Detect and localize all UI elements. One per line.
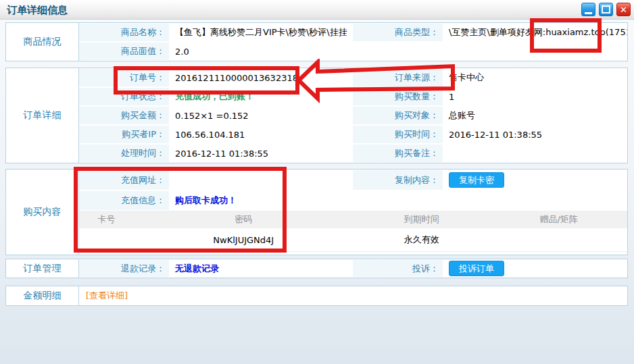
card-number-header: 卡号 — [79, 213, 134, 226]
window-controls: ✕ — [581, 3, 631, 16]
refund-record-label: 退款记录： — [79, 259, 169, 278]
recharge-url-value — [169, 170, 353, 190]
page-title: 订单详细信息 — [7, 4, 68, 17]
card-password-cell: NwKlJUJGNd4J — [134, 235, 353, 245]
section-category-label: 购买内容 — [6, 170, 79, 255]
maximize-button[interactable] — [599, 3, 613, 16]
purchase-note-label: 购买备注： — [353, 144, 443, 163]
table-row: 退款记录： 无退款记录 投诉： 投诉订单 — [79, 259, 627, 278]
order-status-label: 订单状态： — [79, 87, 169, 106]
purchase-note-value — [443, 144, 627, 163]
table-row: 商品面值： 2.0 — [79, 42, 627, 61]
section-category-label: 金额明细 — [6, 286, 79, 305]
product-name-value: 【鱼飞】离线秒赞二月VIP卡\秒赞\秒评\挂挂 — [169, 23, 353, 42]
table-row: 商品名称： 【鱼飞】离线秒赞二月VIP卡\秒赞\秒评\挂挂 商品类型： \互赞主… — [79, 23, 627, 42]
minimize-icon — [585, 12, 592, 14]
view-detail-link[interactable]: [查看详细] — [86, 290, 128, 302]
section-category-label: 商品情况 — [6, 23, 79, 61]
expire-time-header: 到期时间 — [353, 213, 490, 226]
order-number-value: 2016121110000013632318 — [169, 68, 353, 87]
buyer-ip-label: 购买者IP： — [79, 125, 169, 144]
complain-order-button[interactable]: 投诉订单 — [449, 261, 504, 276]
order-source-value: 售卡中心 — [443, 68, 627, 87]
order-status-value: 充值成功，已到账！ — [169, 87, 353, 106]
card-password-header: 密码 — [134, 213, 353, 226]
minimize-button[interactable] — [581, 3, 595, 16]
card-table-row: NwKlJUJGNd4J 永久有效 — [79, 228, 627, 252]
product-face-value: 2.0 — [169, 42, 627, 61]
purchase-target-label: 购买对象： — [353, 106, 443, 125]
close-icon: ✕ — [620, 5, 627, 15]
refund-record-value: 无退款记录 — [169, 259, 353, 278]
title-bar: 订单详细信息 ✕ — [0, 0, 634, 20]
table-row: 充值信息： 购后取卡成功！ — [79, 190, 627, 211]
table-row: 充值网址： 复制内容： 复制卡密 — [79, 170, 627, 190]
section-amount-detail: 金额明细 [查看详细] — [5, 286, 628, 306]
table-row: 处理时间： 2016-12-11 01:38:55 购买备注： — [79, 144, 627, 163]
product-type-label: 商品类型： — [353, 23, 443, 42]
close-button[interactable]: ✕ — [616, 3, 631, 16]
copy-card-key-button[interactable]: 复制卡密 — [449, 172, 504, 188]
section-order-details: 订单详细 订单号： 2016121110000013632318 订单来源： 售… — [5, 68, 628, 163]
maximize-icon — [602, 5, 610, 14]
section-product-info: 商品情况 商品名称： 【鱼飞】离线秒赞二月VIP卡\秒赞\秒评\挂挂 商品类型：… — [5, 22, 628, 61]
purchase-amount-label: 购买金额： — [79, 106, 169, 125]
recharge-url-label: 充值网址： — [79, 170, 169, 190]
order-source-label: 订单来源： — [353, 68, 443, 87]
buyer-ip-value: 106.56.104.181 — [169, 125, 353, 144]
table-row: 购买金额： 0.152×1 =0.152 购买对象： 总账号 — [79, 106, 627, 125]
recharge-info-label: 充值信息： — [79, 190, 169, 211]
section-order-management: 订单管理 退款记录： 无退款记录 投诉： 投诉订单 — [5, 259, 628, 278]
process-time-label: 处理时间： — [79, 144, 169, 163]
product-face-value-label: 商品面值： — [79, 42, 169, 61]
complaint-label: 投诉： — [353, 259, 443, 278]
section-purchase-content: 购买内容 充值网址： 复制内容： 复制卡密 充值信息： 购后取卡成功！ 卡号 密… — [5, 169, 628, 255]
purchase-time-value: 2016-12-11 01:38:55 — [443, 125, 627, 144]
product-name-label: 商品名称： — [79, 23, 169, 42]
recharge-info-value: 购后取卡成功！ — [169, 190, 353, 211]
order-number-label: 订单号： — [79, 68, 169, 87]
copy-content-label: 复制内容： — [353, 170, 443, 190]
process-time-value: 2016-12-11 01:38:55 — [169, 144, 353, 163]
section-category-label: 订单管理 — [6, 259, 79, 278]
card-table-header: 卡号 密码 到期时间 赠品/矩阵 — [79, 211, 627, 228]
purchase-target-value: 总账号 — [443, 106, 627, 125]
purchase-time-label: 购买时间： — [353, 125, 443, 144]
gift-matrix-header: 赠品/矩阵 — [490, 213, 627, 226]
table-row: 购买者IP： 106.56.104.181 购买时间： 2016-12-11 0… — [79, 125, 627, 144]
table-row: 订单状态： 充值成功，已到账！ 购买数量： 1 — [79, 87, 627, 106]
purchase-qty-value: 1 — [443, 87, 627, 106]
section-category-label: 订单详细 — [6, 68, 79, 163]
table-row: 订单号： 2016121110000013632318 订单来源： 售卡中心 — [79, 68, 627, 87]
purchase-qty-label: 购买数量： — [353, 87, 443, 106]
product-type-value: \互赞主页\删单项好友网:huaxiamz.top(17517 — [443, 23, 627, 42]
expire-time-cell: 永久有效 — [353, 234, 490, 246]
purchase-amount-value: 0.152×1 =0.152 — [169, 106, 353, 125]
order-detail-dialog: { "title": "订单详细信息", "window_controls": … — [0, 0, 634, 364]
